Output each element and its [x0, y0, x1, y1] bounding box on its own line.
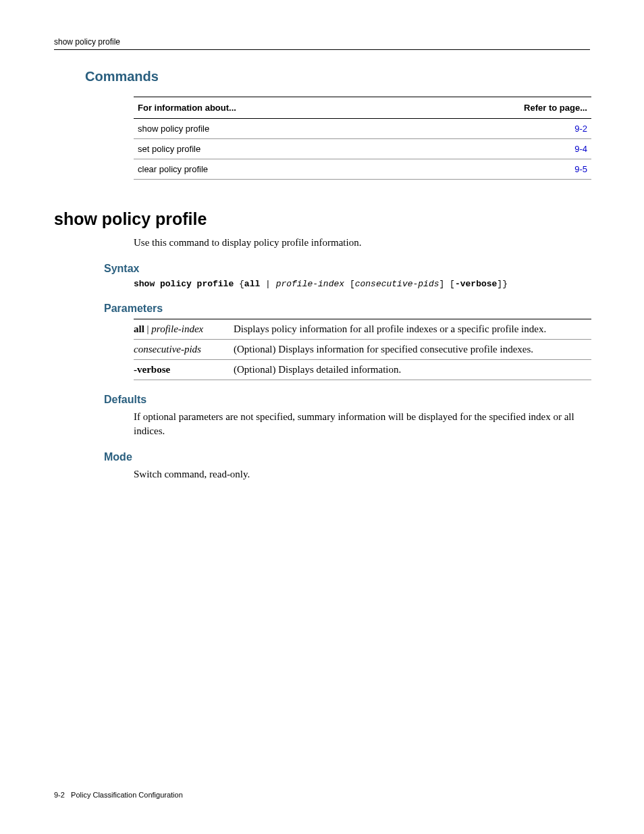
syntax-consecutive: consecutive-pids: [355, 279, 439, 289]
commands-table: For information about... Refer to page..…: [134, 97, 591, 180]
parameters-table: all | profile-index Displays policy info…: [134, 319, 591, 380]
param-name-ital: profile-index: [151, 323, 203, 334]
syntax-brace-open: {: [234, 279, 244, 289]
footer-title: Policy Classification Configuration: [71, 791, 183, 799]
table-row: show policy profile 9-2: [134, 119, 591, 139]
param-name: -verbose: [134, 360, 234, 380]
table-row: clear policy profile 9-5: [134, 159, 591, 180]
syntax-line: show policy profile {all | profile-index…: [134, 279, 590, 289]
table-row: all | profile-index Displays policy info…: [134, 319, 591, 340]
defaults-text: If optional parameters are not specified…: [134, 410, 590, 438]
command-label: set policy profile: [134, 139, 408, 159]
defaults-heading: Defaults: [104, 394, 590, 406]
syntax-all: all: [244, 279, 260, 289]
page-link[interactable]: 9-4: [574, 144, 587, 154]
syntax-heading: Syntax: [104, 263, 590, 275]
syntax-pipe: |: [260, 279, 275, 289]
table-row: set policy profile 9-4: [134, 139, 591, 159]
syntax-profile-index: profile-index: [276, 279, 344, 289]
commands-th-page: Refer to page...: [408, 97, 591, 119]
param-desc: (Optional) Displays detailed information…: [234, 360, 591, 380]
commands-heading: Commands: [85, 69, 590, 84]
param-name: consecutive-pids: [134, 340, 234, 360]
page-link[interactable]: 9-5: [574, 164, 587, 174]
page-footer: 9-2 Policy Classification Configuration: [54, 791, 183, 799]
mode-text: Switch command, read-only.: [134, 467, 590, 481]
param-name-bold: -verbose: [134, 364, 170, 375]
param-name: all | profile-index: [134, 319, 234, 340]
page-link[interactable]: 9-2: [574, 124, 587, 134]
command-label: show policy profile: [134, 119, 408, 139]
param-name-ital: consecutive-pids: [134, 344, 201, 355]
param-desc: (Optional) Displays information for spec…: [234, 340, 591, 360]
syntax-end: ]}: [497, 279, 508, 289]
syntax-verbose: -verbose: [455, 279, 497, 289]
command-label: clear policy profile: [134, 159, 408, 180]
table-row: -verbose (Optional) Displays detailed in…: [134, 360, 591, 380]
syntax-lbrack: [: [344, 279, 355, 289]
footer-page: 9-2: [54, 791, 65, 799]
section-title: show policy profile: [54, 209, 590, 229]
param-name-sep: |: [144, 323, 152, 334]
running-header: show policy profile: [54, 37, 590, 50]
parameters-heading: Parameters: [104, 303, 590, 315]
table-row: consecutive-pids (Optional) Displays inf…: [134, 340, 591, 360]
commands-th-info: For information about...: [134, 97, 408, 119]
mode-heading: Mode: [104, 451, 590, 463]
param-desc: Displays policy information for all prof…: [234, 319, 591, 340]
param-name-bold: all: [134, 323, 144, 334]
section-intro: Use this command to display policy profi…: [134, 236, 590, 249]
syntax-mid: ] [: [439, 279, 455, 289]
syntax-cmd: show policy profile: [134, 279, 234, 289]
